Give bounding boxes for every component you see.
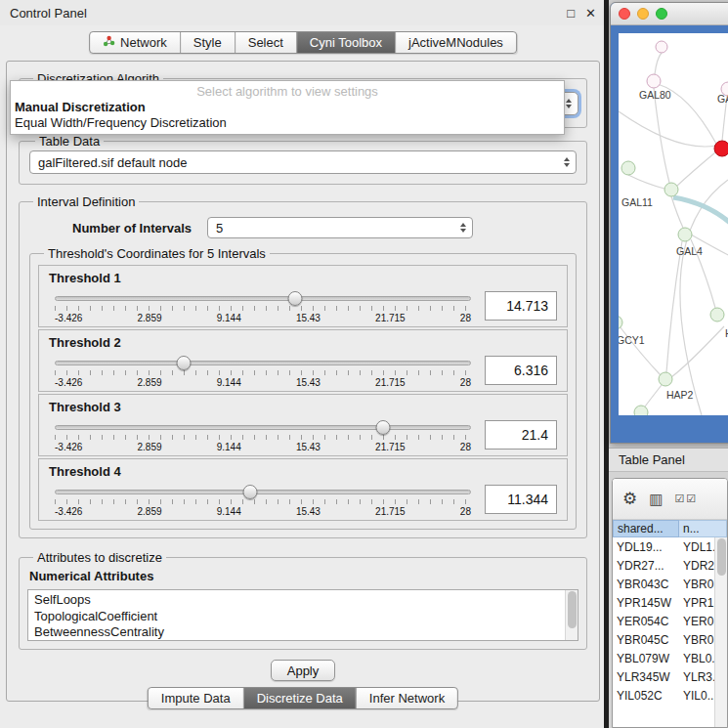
scrollbar-thumb[interactable] — [717, 538, 726, 576]
scale-label: -3.426 — [55, 442, 82, 452]
tab-network[interactable]: Network — [90, 32, 181, 53]
thresholds-group-title: Threshold's Coordinates for 5 Intervals — [44, 246, 270, 261]
numerical-attributes-list[interactable]: SelfLoopsTopologicalCoefficientBetweenne… — [27, 589, 578, 641]
tab-infer-network[interactable]: Infer Network — [357, 688, 457, 708]
tab-cyni-toolbox[interactable]: Cyni Toolbox — [297, 32, 396, 53]
network-window: GAL80GAGAL11GAL4GCY1HHAP2 — [610, 2, 728, 444]
right-region: GAL80GAGAL11GAL4GCY1HHAP2 Table Panel ⚙ … — [609, 0, 728, 728]
float-window-icon[interactable]: □ — [567, 7, 575, 20]
threshold-value-input[interactable] — [485, 485, 557, 514]
scale-label: 28 — [460, 377, 471, 388]
scale-label: -3.426 — [55, 313, 82, 323]
network-node[interactable] — [634, 406, 648, 415]
slider-track[interactable] — [55, 425, 471, 430]
threshold-label: Threshold 4 — [49, 464, 557, 479]
table-row[interactable]: YER054CYER0... — [613, 612, 727, 630]
column-header-name[interactable]: n... — [679, 520, 727, 537]
slider-track[interactable] — [55, 296, 471, 301]
slider-thumb[interactable] — [287, 291, 302, 306]
threshold-list: Threshold 1-3.4262.8599.14415.4321.71528… — [38, 265, 568, 521]
table-row[interactable]: YIL052CYIL0... — [613, 686, 727, 705]
threshold-slider[interactable]: -3.4262.8599.14415.4321.71528 — [55, 481, 471, 517]
slider-ticks — [55, 435, 471, 440]
control-panel-titlebar[interactable]: Control Panel □ ✕ — [0, 0, 606, 25]
threshold-slider[interactable]: -3.4262.8599.14415.4321.71528 — [55, 416, 471, 452]
network-node[interactable] — [659, 372, 672, 386]
table-data-combobox-value: galFiltered.sif default node — [38, 155, 558, 170]
network-edge — [666, 241, 682, 372]
scrollbar-thumb[interactable] — [568, 591, 577, 628]
scale-label: 15.43 — [296, 377, 321, 388]
minimize-button[interactable] — [637, 8, 649, 20]
list-item[interactable]: BetweennessCentrality — [34, 624, 562, 641]
table-data-combobox[interactable]: galFiltered.sif default node — [29, 150, 577, 174]
column-header-shared-name[interactable]: shared... — [613, 520, 679, 537]
tab-select[interactable]: Select — [236, 32, 297, 53]
list-item[interactable]: SelfLoops — [34, 592, 562, 609]
select-columns-icon[interactable]: ☑☑ — [674, 493, 698, 504]
gear-icon[interactable]: ⚙ — [622, 491, 637, 507]
tab-discretize-data[interactable]: Discretize Data — [244, 688, 357, 708]
node-label: GA — [717, 93, 728, 105]
network-svg: GAL80GAGAL11GAL4GCY1HHAP2 — [619, 33, 728, 415]
list-scrollbar[interactable] — [565, 590, 578, 640]
network-window-titlebar[interactable] — [611, 3, 728, 25]
scale-label: 9.144 — [217, 377, 241, 388]
network-node[interactable] — [647, 74, 661, 88]
slider-track[interactable] — [55, 490, 471, 494]
network-node[interactable] — [678, 228, 692, 241]
slider-thumb[interactable] — [375, 420, 390, 435]
network-canvas[interactable]: GAL80GAGAL11GAL4GCY1HHAP2 — [619, 33, 728, 415]
table-row[interactable]: YDR27...YDR2... — [613, 556, 727, 575]
table-row[interactable]: YLR345WYLR3... — [613, 667, 727, 686]
table-row[interactable]: YBR043CYBR0... — [613, 575, 727, 593]
dropdown-item[interactable]: Manual Discretization — [11, 100, 564, 115]
network-node[interactable] — [710, 308, 724, 321]
scale-label: 9.144 — [217, 313, 241, 323]
network-node[interactable] — [714, 141, 728, 156]
node-label: GAL80 — [639, 89, 671, 101]
table-data-group-title: Table Data — [35, 134, 104, 149]
table-row[interactable]: YBR045CYBR0... — [613, 630, 727, 649]
number-of-intervals-combobox[interactable]: 5 — [207, 217, 473, 238]
threshold-value-input[interactable] — [485, 291, 557, 321]
zoom-button[interactable] — [656, 8, 667, 20]
threshold-value-input[interactable] — [485, 420, 557, 450]
threshold-main: -3.4262.8599.14415.4321.71528 — [49, 481, 557, 517]
list-item[interactable]: TopologicalCoefficient — [34, 609, 562, 625]
threshold-slider[interactable]: -3.4262.8599.14415.4321.71528 — [55, 352, 471, 388]
tab-style[interactable]: Style — [181, 32, 236, 53]
table-cell: YBL079W — [613, 652, 679, 665]
table-row[interactable]: YPR145WYPR1... — [613, 593, 727, 612]
bottom-tab-bar: Impute DataDiscretize DataInfer Network — [148, 687, 458, 709]
slider-thumb[interactable] — [243, 485, 258, 499]
close-button[interactable] — [619, 8, 630, 20]
tab-label: jActiveMNodules — [408, 35, 503, 50]
dropdown-item[interactable]: Equal Width/Frequency Discretization — [11, 115, 564, 131]
network-node[interactable] — [656, 41, 667, 53]
table-scrollbar[interactable] — [714, 537, 727, 727]
slider-track[interactable] — [55, 361, 471, 365]
network-node[interactable] — [621, 161, 635, 175]
combobox-stepper-icon — [558, 157, 576, 167]
close-window-icon[interactable]: ✕ — [585, 7, 596, 20]
tab-jactivemnodules[interactable]: jActiveMNodules — [396, 32, 516, 53]
scale-label: 21.715 — [375, 442, 406, 452]
threshold-slider[interactable]: -3.4262.8599.14415.4321.71528 — [55, 287, 471, 323]
threshold-value-input[interactable] — [485, 356, 557, 385]
scale-label: 21.715 — [375, 506, 406, 517]
scale-label: 28 — [460, 442, 471, 452]
table-row[interactable]: YDL19...YDL1... — [613, 537, 727, 556]
scale-label: 9.144 — [217, 506, 241, 517]
apply-button[interactable]: Apply — [271, 660, 335, 681]
slider-thumb[interactable] — [177, 356, 192, 370]
network-node[interactable] — [619, 316, 622, 329]
columns-icon[interactable]: ▥ — [649, 492, 663, 506]
table-panel-window: ⚙ ▥ ☑☑ shared... n... YDL19...YDL1...YDR… — [612, 478, 728, 728]
slider-scale: -3.4262.8599.14415.4321.71528 — [55, 377, 471, 388]
network-node[interactable] — [664, 183, 678, 196]
algorithm-dropdown: Select algorithm to view settings Manual… — [10, 80, 565, 135]
table-row[interactable]: YBL079WYBL0... — [613, 649, 727, 667]
tab-impute-data[interactable]: Impute Data — [149, 688, 244, 708]
table-cell: YBR045C — [613, 633, 679, 647]
